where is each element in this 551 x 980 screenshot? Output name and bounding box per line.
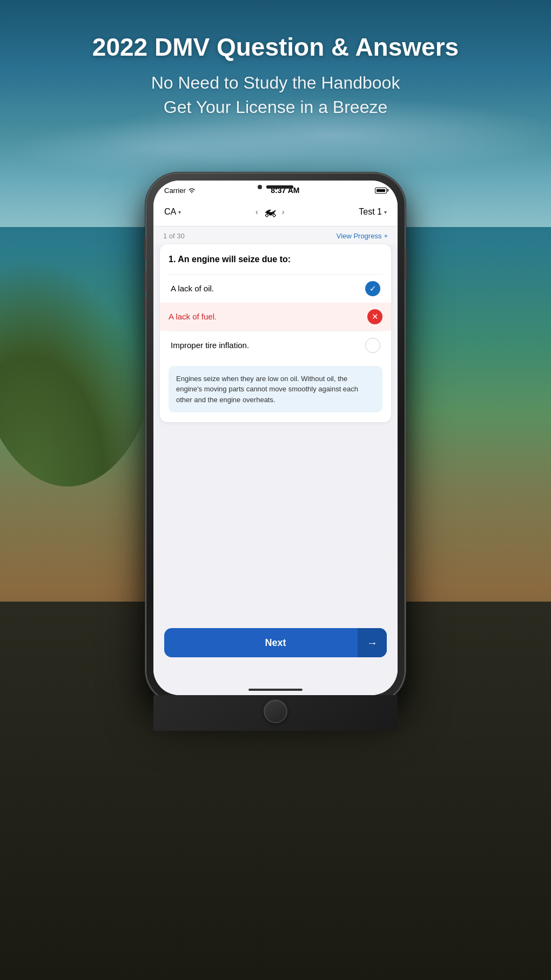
question-text: An engine will seize due to:	[178, 255, 291, 264]
content-spacer	[153, 429, 398, 619]
question-title: 1. An engine will seize due to:	[169, 254, 382, 265]
next-arrow-icon[interactable]: ›	[282, 208, 285, 216]
incorrect-x-icon: ✕	[367, 309, 382, 324]
question-number: 1.	[169, 255, 178, 264]
answer-option-1[interactable]: A lack of oil. ✓	[169, 274, 382, 303]
wifi-icon	[188, 188, 196, 193]
answer-option-2[interactable]: A lack of fuel. ✕	[160, 303, 391, 331]
explanation-box: Engines seize when they are low on oil. …	[169, 366, 382, 413]
phone-device: Carrier 8:37 AM CA	[146, 173, 405, 703]
radio-empty-icon	[365, 338, 380, 353]
phone-screen: Carrier 8:37 AM CA	[153, 181, 398, 695]
nav-center: ‹ 🏍 ›	[256, 204, 284, 219]
front-camera-area	[258, 185, 293, 189]
home-button-area	[153, 695, 398, 731]
nav-bar: CA ▾ ‹ 🏍 › Test 1 ▾	[153, 199, 398, 226]
phone-shell: Carrier 8:37 AM CA	[146, 173, 405, 703]
battery-indicator	[375, 188, 387, 194]
carrier-info: Carrier	[164, 186, 196, 195]
view-progress-label: View Progress	[337, 232, 382, 240]
prev-arrow-icon[interactable]: ‹	[256, 208, 258, 216]
camera-dot	[258, 185, 262, 189]
test-label: Test 1	[359, 207, 382, 217]
home-button[interactable]	[264, 699, 287, 723]
next-button-label: Next	[265, 637, 286, 649]
progress-area: 1 of 30 View Progress +	[153, 226, 398, 244]
carrier-label: Carrier	[164, 186, 186, 195]
question-card: 1. An engine will seize due to: A lack o…	[160, 244, 391, 422]
app-title: 2022 DMV Question & Answers	[32, 32, 519, 62]
screen-bottom	[153, 668, 398, 695]
battery-fill	[377, 189, 385, 192]
app-subtitle: No Need to Study the Handbook Get Your L…	[32, 71, 519, 119]
state-chevron-icon: ▾	[178, 209, 181, 215]
next-button-arrow-icon: →	[358, 628, 387, 657]
next-button[interactable]: Next →	[164, 628, 387, 657]
view-progress-button[interactable]: View Progress +	[337, 232, 388, 240]
state-label: CA	[164, 207, 176, 217]
state-selector[interactable]: CA ▾	[164, 207, 181, 217]
home-indicator	[248, 689, 303, 691]
test-chevron-icon: ▾	[384, 209, 387, 215]
header: 2022 DMV Question & Answers No Need to S…	[0, 32, 551, 119]
explanation-text: Engines seize when they are low on oil. …	[176, 375, 358, 404]
test-selector[interactable]: Test 1 ▾	[359, 207, 387, 217]
progress-label: 1 of 30	[163, 232, 185, 240]
answer-text-2: A lack of fuel.	[169, 312, 217, 321]
motorcycle-icon: 🏍	[264, 204, 277, 219]
answer-text-1: A lack of oil.	[171, 284, 214, 293]
answer-option-3[interactable]: Improper tire inflation.	[169, 331, 382, 359]
correct-check-icon: ✓	[365, 281, 380, 296]
battery-bar	[375, 188, 387, 194]
status-bar: Carrier 8:37 AM	[153, 181, 398, 199]
next-button-wrapper: Next →	[153, 619, 398, 668]
speaker-slot	[266, 185, 293, 189]
plus-icon: +	[384, 232, 388, 240]
answer-text-3: Improper tire inflation.	[171, 341, 249, 350]
